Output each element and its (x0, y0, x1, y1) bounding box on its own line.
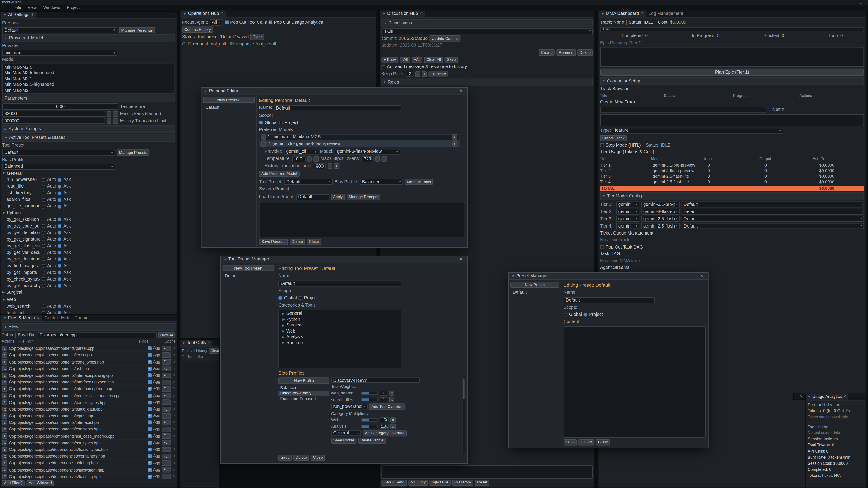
tab-context-hub[interactable]: Context Hub (42, 315, 72, 321)
remove-model-icon[interactable]: x (452, 141, 457, 147)
multiplier-slider[interactable] (362, 418, 378, 422)
add-preferred-model-button[interactable]: Add Preferred Model (259, 171, 299, 177)
bias-profile-item[interactable]: Execution-Focused (278, 396, 329, 401)
manage-presets-button[interactable]: Manage Presets (117, 150, 149, 156)
dialog-close-icon[interactable]: × (698, 273, 705, 279)
dialog-close-icon[interactable]: × (458, 89, 465, 94)
cache-indicator-icon[interactable]: ○ (173, 353, 175, 357)
cache-indicator-icon[interactable]: ○ (173, 434, 175, 438)
comms-history-button[interactable]: Comms History (182, 27, 213, 33)
category-node[interactable]: ▶ Analysis (280, 335, 400, 340)
create-discussion-button[interactable]: Create (539, 50, 555, 56)
tool-auto-radio[interactable] (41, 304, 45, 308)
cache-indicator-icon[interactable]: ○ (173, 427, 175, 432)
model-provider-select[interactable]: gemini_cli▾ (284, 149, 318, 155)
tool-ask-radio[interactable] (58, 185, 62, 188)
delete-discussion-button[interactable]: Delete (577, 50, 593, 56)
tier-provider-select[interactable]: gemini▾ (616, 223, 640, 229)
tool-auto-radio[interactable] (41, 218, 45, 221)
model-option[interactable]: MiniMax-M2 (3, 88, 174, 94)
stepper-plus-button[interactable]: + (334, 163, 339, 169)
max-output-tokens-input[interactable] (362, 156, 374, 162)
tier-provider-select[interactable]: gemini▾ (616, 216, 640, 222)
tool-ask-radio[interactable] (58, 198, 62, 202)
tool-ask-radio[interactable] (58, 218, 62, 221)
cache-indicator-icon[interactable]: ○ (173, 461, 175, 465)
tab-close-icon[interactable]: × (420, 11, 422, 16)
cache-indicator-icon[interactable]: ○ (173, 467, 175, 472)
remove-file-button[interactable]: x (2, 467, 7, 473)
full-button[interactable]: Full (162, 346, 171, 351)
tool-section-header[interactable]: ▼ Web (2, 297, 175, 302)
bias-profile-item[interactable]: Balanced (278, 385, 329, 390)
tier-model-select[interactable]: gemini-2.5-flash-lite▾ (641, 223, 680, 229)
tool-override-select[interactable]: run_powershell▾ (331, 404, 368, 410)
pop-out-tool-calls-checkbox[interactable]: ✓ (225, 21, 228, 24)
temperature-input[interactable] (292, 156, 306, 162)
tool-auto-radio[interactable] (41, 185, 45, 188)
add-tool-override-button[interactable]: Add Tool Override (369, 403, 405, 410)
full-button[interactable]: Full (162, 413, 171, 419)
model-option[interactable]: MiniMax-M2.1-highspeed (3, 82, 174, 88)
tool-auto-radio[interactable] (41, 191, 45, 195)
expand-arrow-icon[interactable]: ▶ (282, 312, 285, 316)
stepper-minus-button[interactable]: - (307, 156, 312, 162)
reorder-handle-icon[interactable]: - (261, 135, 266, 140)
full-button[interactable]: Full (162, 467, 171, 473)
tool-ask-radio[interactable] (58, 311, 62, 314)
save-persona-button[interactable]: Save Persona (259, 239, 288, 245)
close-dialog-button[interactable]: Close (596, 439, 610, 446)
category-node[interactable]: ▶ Runtime (280, 340, 400, 346)
remove-file-button[interactable]: x (2, 454, 7, 459)
tool-ask-radio[interactable] (58, 231, 62, 235)
keep-pairs-input[interactable] (406, 71, 414, 77)
scope-global-radio[interactable] (259, 121, 263, 125)
preset-list-item[interactable]: Default (510, 290, 559, 296)
expand-arrow-icon[interactable]: ▶ (282, 335, 285, 339)
agg-checkbox[interactable]: ✓ (148, 387, 151, 391)
tool-preset-list-item[interactable]: Default (222, 273, 274, 280)
tool-auto-radio[interactable] (41, 251, 45, 255)
tool-section-header[interactable]: ▼ Python (2, 210, 175, 216)
full-button[interactable]: Full (162, 393, 171, 398)
bias-profile-select[interactable]: Balanced▾ (360, 179, 403, 185)
agg-checkbox[interactable]: ✓ (148, 454, 151, 458)
preferred-model-item[interactable]: - 1. minimax - MiniMax-M2.5 x (259, 134, 460, 140)
delete-preset-button[interactable]: Delete (579, 439, 594, 446)
full-button[interactable]: Full (162, 440, 171, 446)
tier-preset-select[interactable]: Default▾ (682, 216, 864, 222)
agg-checkbox[interactable]: ✓ (148, 434, 151, 438)
remove-file-button[interactable]: x (2, 352, 7, 358)
agg-checkbox[interactable]: ✓ (148, 407, 151, 411)
remove-file-button[interactable]: x (2, 474, 7, 479)
tool-auto-radio[interactable] (41, 205, 45, 208)
category-override-select[interactable]: General▾ (331, 431, 361, 436)
stepper-minus-button[interactable]: - (328, 163, 332, 169)
scope-project-radio[interactable] (279, 121, 283, 125)
agg-checkbox[interactable]: ✓ (148, 448, 151, 451)
clear-status-button[interactable]: Clear (250, 34, 264, 40)
cache-indicator-icon[interactable]: ○ (173, 380, 175, 385)
weight-slider[interactable] (362, 392, 378, 395)
tool-ask-radio[interactable] (58, 278, 62, 281)
cache-indicator-icon[interactable]: ○ (173, 414, 175, 418)
preferred-model-item[interactable]: - 2. gemini_cli - gemini-3-flash-preview… (259, 141, 460, 147)
cache-indicator-icon[interactable]: ○ (173, 447, 175, 452)
agg-checkbox[interactable]: ✓ (148, 380, 151, 384)
tool-auto-radio[interactable] (41, 271, 45, 274)
tier-model-select[interactable]: gemini-3-flash-preview▾ (641, 209, 680, 215)
profile-name-input[interactable] (331, 378, 420, 383)
remove-multiplier-icon[interactable]: x (391, 424, 396, 429)
update-commit-button[interactable]: Update Commit (430, 35, 461, 42)
load-preset-select[interactable]: Default▾ (296, 194, 329, 200)
full-button[interactable]: Full (162, 427, 171, 432)
tool-preset-select[interactable]: Default▾ (2, 150, 115, 156)
save-tool-preset-button[interactable]: Save (278, 455, 292, 461)
entry-action-button[interactable]: Save (445, 57, 458, 63)
tool-auto-radio[interactable] (41, 244, 45, 248)
remove-file-button[interactable]: x (2, 366, 7, 371)
cache-indicator-icon[interactable]: ○ (173, 400, 175, 404)
bias-profile-item[interactable]: Discovery-Heavy (278, 390, 329, 396)
tab-close-icon[interactable]: × (844, 394, 846, 399)
save-profile-button[interactable]: Save Profile (331, 437, 356, 444)
